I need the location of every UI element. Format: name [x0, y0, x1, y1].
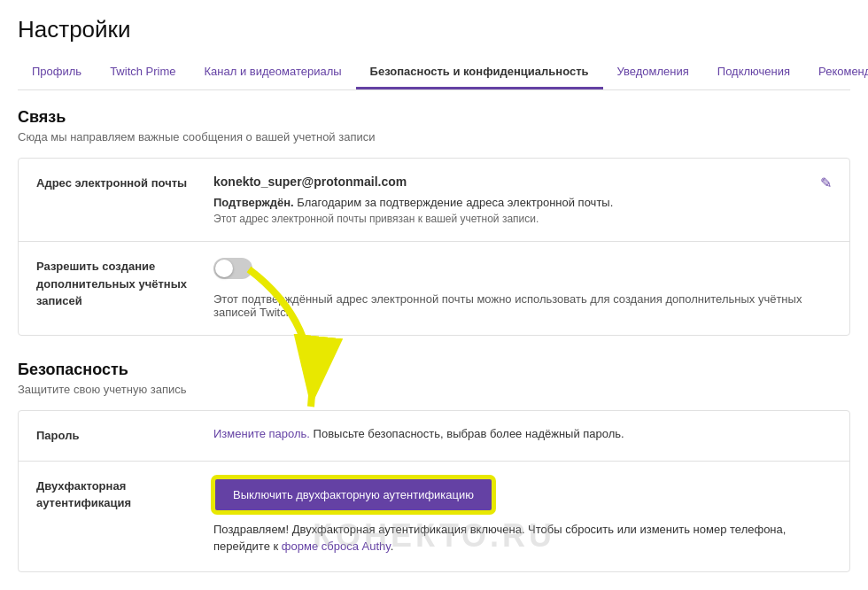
tab-security[interactable]: Безопасность и конфиденциальность	[356, 56, 603, 89]
password-content: Измените пароль. Повысьте безопасность, …	[213, 427, 832, 440]
tab-channel[interactable]: Канал и видеоматериалы	[190, 56, 356, 89]
main-content: Связь Сюда мы направляем важные сообщени…	[0, 90, 868, 590]
nav-tabs: Профиль Twitch Prime Канал и видеоматери…	[18, 56, 850, 90]
email-edit-icon[interactable]: ✎	[820, 175, 832, 191]
twofa-row: Двухфакторная аутентификация Выключить д…	[19, 462, 849, 571]
twofa-label: Двухфакторная аутентификация	[36, 477, 213, 512]
allow-accounts-description: Этот подтверждённый адрес электронной по…	[213, 292, 832, 319]
allow-accounts-content: Этот подтверждённый адрес электронной по…	[213, 258, 832, 319]
authy-reset-link[interactable]: форме сброса Authy	[282, 540, 391, 553]
email-row: Адрес электронной почты konekto_super@pr…	[19, 159, 849, 242]
tab-connections[interactable]: Подключения	[703, 56, 804, 89]
twofa-desc-end: .	[391, 540, 394, 553]
email-info: Этот адрес электронной почты привязан к …	[213, 213, 820, 225]
password-row: Пароль Измените пароль. Повысьте безопас…	[19, 411, 849, 462]
tab-twitch-prime[interactable]: Twitch Prime	[96, 56, 190, 89]
communication-card: Адрес электронной почты konekto_super@pr…	[18, 158, 850, 336]
email-label: Адрес электронной почты	[36, 175, 213, 192]
email-confirmed-rest: Благодарим за подтверждение адреса элект…	[294, 196, 614, 209]
tab-profile[interactable]: Профиль	[18, 56, 96, 89]
page-header: Настройки Профиль Twitch Prime Канал и в…	[0, 0, 868, 90]
email-value: konekto_super@protonmail.com	[213, 175, 820, 189]
allow-accounts-row: Разрешить создание дополнительных учётны…	[19, 242, 849, 335]
change-password-link[interactable]: Измените пароль.	[213, 427, 310, 440]
security-section: Безопасность Защитите свою учетную запис…	[18, 361, 850, 572]
page-title: Настройки	[18, 16, 850, 43]
email-confirmed-bold: Подтверждён.	[213, 196, 294, 209]
password-description: Повысьте безопасность, выбрав более надё…	[310, 427, 624, 440]
twofa-description: Поздравляем! Двухфакторная аутентификаци…	[213, 521, 832, 555]
password-label: Пароль	[36, 427, 213, 445]
twofa-content: Выключить двухфакторную аутентификацию П…	[213, 477, 832, 555]
allow-accounts-label: Разрешить создание дополнительных учётны…	[36, 258, 213, 310]
allow-accounts-toggle[interactable]	[213, 258, 252, 279]
communication-subtitle: Сюда мы направляем важные сообщения о ва…	[18, 130, 850, 144]
security-title: Безопасность	[18, 361, 850, 379]
security-card: Пароль Измените пароль. Повысьте безопас…	[18, 410, 850, 572]
email-content: konekto_super@protonmail.com Подтверждён…	[213, 175, 820, 225]
disable-twofa-button[interactable]: Выключить двухфакторную аутентификацию	[213, 477, 493, 512]
tab-notifications[interactable]: Уведомления	[603, 56, 703, 89]
communication-section: Связь Сюда мы направляем важные сообщени…	[18, 108, 850, 336]
tab-recommendations[interactable]: Рекомендации	[804, 56, 868, 89]
toggle-knob	[215, 260, 233, 277]
email-confirmed-text: Подтверждён. Благодарим за подтверждение…	[213, 196, 820, 209]
security-subtitle: Защитите свою учетную запись	[18, 383, 850, 396]
communication-title: Связь	[18, 108, 850, 127]
